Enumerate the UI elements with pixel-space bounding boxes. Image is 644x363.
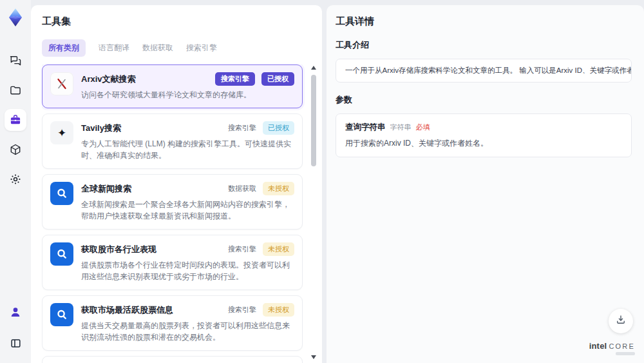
details-panel-title: 工具详情 bbox=[336, 15, 632, 28]
gear-icon bbox=[9, 173, 22, 186]
tool-card-sector-performance[interactable]: 获取股市各行业表现 搜索引擎 未授权 提供股票市场各个行业在特定时间段内的表现。… bbox=[42, 235, 303, 290]
arxiv-logo-icon bbox=[50, 72, 73, 95]
sidebar-item-files[interactable] bbox=[5, 79, 26, 101]
tool-card-regional-news[interactable]: 万维地区新闻查询 搜索引擎 未授权 查询具体行政区划内的新闻，快速了解各地新闻动 bbox=[42, 356, 303, 363]
cube-icon bbox=[9, 143, 22, 156]
params-heading: 参数 bbox=[336, 94, 632, 106]
folder-icon bbox=[9, 84, 22, 97]
panel-toggle-icon bbox=[10, 337, 22, 349]
download-icon bbox=[615, 314, 627, 328]
tools-panel-title: 工具集 bbox=[42, 15, 322, 28]
tool-description: 访问各个研究领域大量科学论文和文章的存储库。 bbox=[81, 89, 294, 101]
tab-search-engine[interactable]: 搜索引擎 bbox=[186, 39, 217, 57]
search-app-icon bbox=[50, 242, 73, 266]
tool-details-panel: 工具详情 工具介绍 一个用于从Arxiv存储库搜索科学论文和文章的工具。 输入可… bbox=[327, 5, 644, 363]
brand-core-text: CORE bbox=[609, 342, 635, 350]
toolbox-icon bbox=[9, 113, 22, 126]
main-area: 工具集 所有类别 语言翻译 数据获取 搜索引擎 Arxiv文献搜索 bbox=[31, 5, 644, 363]
tool-description: 提供股票市场各个行业在特定时间段内的表现。投资者可以利用这些信息来识别表现优于或… bbox=[81, 259, 294, 282]
tab-language-translation[interactable]: 语言翻译 bbox=[99, 39, 129, 57]
auth-status-badge: 未授权 bbox=[263, 182, 294, 195]
tool-description: 提供当天交易量最高的股票列表，投资者可以利用这些信息来识别流动性强的股票和潜在的… bbox=[81, 320, 294, 343]
user-icon bbox=[9, 306, 22, 319]
sidebar-item-toolbox[interactable] bbox=[5, 109, 26, 131]
scroll-down-arrow-icon[interactable] bbox=[311, 355, 316, 359]
sidebar-item-settings[interactable] bbox=[5, 168, 26, 190]
tool-description: 专为人工智能代理 (LLM) 构建的搜索引擎工具。可快速提供实时、准确和真实的结… bbox=[81, 138, 294, 161]
auth-status-badge: 已授权 bbox=[263, 121, 294, 135]
category-badge: 搜索引擎 bbox=[228, 244, 256, 254]
app-logo-icon[interactable] bbox=[4, 6, 27, 29]
tool-description: 全球新闻搜索是一个聚合全球各大新闻网站内容的搜索引擎，帮助用户快速获取全球最新资… bbox=[81, 199, 294, 222]
rail-nav bbox=[5, 50, 26, 190]
tool-card-arxiv[interactable]: Arxiv文献搜索 搜索引擎 已授权 访问各个研究领域大量科学论文和文章的存储库… bbox=[42, 64, 303, 108]
tool-name: 获取股市各行业表现 bbox=[81, 244, 156, 255]
param-type: 字符串 bbox=[390, 123, 412, 132]
intro-section: 工具介绍 一个用于从Arxiv存储库搜索科学论文和文章的工具。 输入可以是Arx… bbox=[336, 39, 632, 83]
auth-status-badge: 已授权 bbox=[261, 72, 294, 86]
intro-text-box: 一个用于从Arxiv存储库搜索科学论文和文章的工具。 输入可以是Arxiv ID… bbox=[336, 59, 632, 83]
sidebar-item-chat[interactable] bbox=[5, 50, 26, 72]
scrollbar-thumb[interactable] bbox=[311, 75, 316, 166]
category-badge: 搜索引擎 bbox=[215, 72, 255, 86]
scroll-up-arrow-icon[interactable] bbox=[311, 66, 316, 70]
param-item: 查询字符串 字符串 必填 用于搜索的Arxiv ID、关键字或作者姓名。 bbox=[336, 113, 632, 157]
left-rail bbox=[0, 0, 31, 363]
category-badge: 数据获取 bbox=[228, 184, 256, 193]
tab-all-categories[interactable]: 所有类别 bbox=[42, 39, 86, 57]
search-app-icon bbox=[50, 303, 73, 326]
tools-panel: 工具集 所有类别 语言翻译 数据获取 搜索引擎 Arxiv文献搜索 bbox=[31, 5, 322, 363]
intel-core-logo: intel CORE bbox=[589, 341, 635, 355]
brand-subscript bbox=[616, 352, 635, 355]
account-avatar[interactable] bbox=[5, 301, 26, 323]
category-badge: 搜索引擎 bbox=[228, 123, 256, 133]
download-button[interactable] bbox=[609, 309, 633, 333]
tool-name: 全球新闻搜索 bbox=[81, 183, 131, 195]
chat-icon bbox=[9, 54, 22, 67]
param-description: 用于搜索的Arxiv ID、关键字或作者姓名。 bbox=[345, 138, 622, 149]
tool-list: Arxiv文献搜索 搜索引擎 已授权 访问各个研究领域大量科学论文和文章的存储库… bbox=[42, 64, 322, 363]
category-tabs: 所有类别 语言翻译 数据获取 搜索引擎 bbox=[42, 39, 322, 57]
search-app-icon bbox=[50, 182, 73, 205]
tool-name: Tavily搜索 bbox=[81, 123, 121, 134]
tool-name: Arxiv文献搜索 bbox=[81, 74, 136, 85]
tool-card-tavily[interactable]: ✦ Tavily搜索 搜索引擎 已授权 专为人工智能代理 (LLM) 构建的搜索… bbox=[42, 113, 303, 169]
sparkle-icon: ✦ bbox=[50, 121, 73, 144]
category-badge: 搜索引擎 bbox=[228, 305, 256, 315]
brand-intel-text: intel bbox=[589, 341, 607, 351]
rail-bottom bbox=[0, 301, 31, 354]
panel-toggle-button[interactable] bbox=[5, 332, 26, 354]
param-required-badge: 必填 bbox=[416, 123, 430, 132]
auth-status-badge: 未授权 bbox=[263, 303, 294, 317]
tool-card-global-news[interactable]: 全球新闻搜索 数据获取 未授权 全球新闻搜索是一个聚合全球各大新闻网站内容的搜索… bbox=[42, 174, 303, 230]
auth-status-badge: 未授权 bbox=[263, 242, 294, 256]
tool-name: 获取市场最活跃股票信息 bbox=[81, 304, 173, 316]
tool-card-most-active-stocks[interactable]: 获取市场最活跃股票信息 搜索引擎 未授权 提供当天交易量最高的股票列表，投资者可… bbox=[42, 295, 303, 351]
params-section: 参数 查询字符串 字符串 必填 用于搜索的Arxiv ID、关键字或作者姓名。 bbox=[336, 94, 632, 157]
intro-heading: 工具介绍 bbox=[336, 39, 632, 51]
sidebar-item-plugins[interactable] bbox=[5, 139, 26, 161]
param-name: 查询字符串 bbox=[345, 122, 386, 133]
tab-data-fetch[interactable]: 数据获取 bbox=[142, 39, 173, 57]
tool-list-scrollbar[interactable] bbox=[310, 64, 317, 360]
